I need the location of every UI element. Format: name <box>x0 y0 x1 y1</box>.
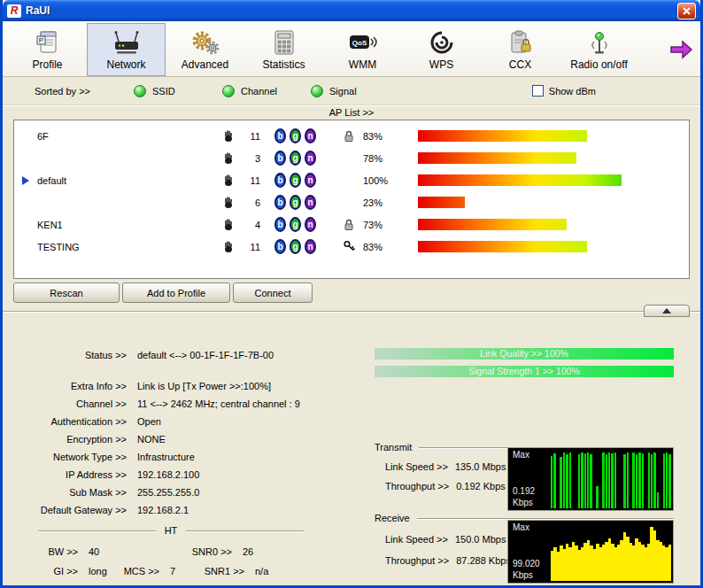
tx-chart-max-label: Max <box>513 450 529 460</box>
signal-bar <box>418 174 622 186</box>
tab-label: Statistics <box>262 58 305 71</box>
snr0-label: SNR0 >> <box>168 546 232 558</box>
tab-label: WPS <box>429 58 453 71</box>
ap-signal-percent: 73% <box>363 220 411 230</box>
mode-n-icon: n <box>305 151 316 166</box>
ap-row[interactable]: default11bgn100% <box>14 169 689 191</box>
ap-channel: 11 <box>239 175 260 186</box>
status-label: Encryption >> <box>3 434 127 445</box>
ht-row-1: BW >> 40 SNR0 >> 26 <box>3 546 253 558</box>
ap-signal-percent: 83% <box>363 131 411 142</box>
toolbar-next-button[interactable] <box>668 23 697 76</box>
raui-window: R RaUI P Profile Network Advanced Statis… <box>0 0 703 588</box>
ap-ssid: TESTING <box>37 242 223 252</box>
status-value: 11 <--> 2462 MHz; central channel : 9 <box>137 398 300 410</box>
mode-n-icon: n <box>305 195 316 210</box>
ap-channel: 11 <box>239 242 260 252</box>
tab-advanced[interactable]: Advanced <box>166 23 244 76</box>
ht-row-2: GI >> long MCS >> 7 SNR1 >> n/a <box>3 566 268 577</box>
ap-row[interactable]: 3bgn78% <box>14 147 689 169</box>
rescan-button[interactable]: Rescan <box>13 282 120 303</box>
add-to-profile-button[interactable]: Add to Profile <box>122 282 230 303</box>
tab-label: Network <box>106 58 145 71</box>
mode-g-icon: g <box>290 173 301 188</box>
bw-value: 40 <box>89 546 168 558</box>
tab-statistics[interactable]: Statistics <box>244 23 323 76</box>
status-value: Link is Up [Tx Power >>:100%] <box>137 381 271 392</box>
app-logo-icon: R <box>7 4 21 18</box>
tab-wmm[interactable]: QoS WMM <box>323 23 402 76</box>
tx-chart-unit: Kbps <box>513 498 533 507</box>
ap-signal-percent: 83% <box>363 242 411 252</box>
sorted-by-label: Sorted by >> <box>35 86 134 97</box>
sort-by-ssid-button[interactable]: SSID <box>134 85 222 97</box>
tx-link-speed-value: 135.0 Mbps <box>455 461 506 472</box>
mode-b-icon: b <box>274 195 286 210</box>
mode-g-icon: g <box>290 239 301 254</box>
collapse-status-button[interactable] <box>644 305 690 317</box>
tab-ccx[interactable]: CCX <box>481 23 560 76</box>
tab-wps[interactable]: WPS <box>402 23 481 76</box>
status-value: 192.168.2.1 <box>137 505 189 516</box>
ap-channel: 4 <box>239 220 260 230</box>
chevron-up-icon <box>662 308 671 313</box>
mode-g-icon: g <box>290 195 301 210</box>
sort-bar: Sorted by >> SSID Channel Signal Show dB… <box>3 77 700 105</box>
tab-profile[interactable]: P Profile <box>8 23 87 76</box>
signal-bar <box>418 197 622 208</box>
sort-by-signal-button[interactable]: Signal <box>311 85 399 97</box>
ap-modes: bgn <box>274 128 335 143</box>
status-label: Network Type >> <box>3 452 127 463</box>
antenna-icon <box>587 27 612 58</box>
mode-n-icon: n <box>305 128 316 143</box>
svg-text:P: P <box>38 36 42 44</box>
tab-label: WMM <box>349 58 376 71</box>
connect-button[interactable]: Connect <box>233 282 313 303</box>
ap-modes: bgn <box>274 239 335 254</box>
mode-b-icon: b <box>274 217 286 232</box>
rx-throughput-value: 87.288 Kbps <box>456 555 511 566</box>
show-dbm-label: Show dBm <box>549 86 596 97</box>
ap-row[interactable]: TESTING11bgn83% <box>14 236 689 258</box>
close-button[interactable] <box>677 3 696 19</box>
snr1-label: SNR1 >> <box>193 566 244 577</box>
sort-by-channel-button[interactable]: Channel <box>222 85 311 97</box>
ap-list-header: AP List >> <box>3 105 700 120</box>
ap-signal-percent: 100% <box>363 175 411 186</box>
ap-row[interactable]: 6bgn23% <box>14 191 689 213</box>
mode-b-icon: b <box>274 151 286 166</box>
status-label: Extra Info >> <box>3 381 127 392</box>
tx-throughput-row: Throughput >>0.192 Kbps <box>385 481 506 491</box>
tab-label: CCX <box>509 58 531 71</box>
sort-button-label: Channel <box>241 86 277 97</box>
transmit-chart: Max 0.192 Kbps <box>507 447 674 511</box>
show-dbm-checkbox[interactable] <box>532 85 544 97</box>
sort-button-label: Signal <box>329 86 357 97</box>
receive-chart: Max 99.020 Kbps <box>507 520 674 584</box>
tab-network[interactable]: Network <box>87 23 166 76</box>
ap-ssid: KEN1 <box>37 220 223 230</box>
mode-n-icon: n <box>305 239 316 254</box>
ap-row[interactable]: 6F11bgn83% <box>14 125 689 147</box>
show-dbm-toggle[interactable]: Show dBm <box>532 85 596 97</box>
status-value: default <--> 00-1F-1F-1F-7B-00 <box>137 350 274 361</box>
gears-icon <box>191 27 220 58</box>
tab-label: Radio on/off <box>570 58 628 71</box>
tab-radio-on-off[interactable]: Radio on/off <box>560 23 638 76</box>
ap-row[interactable]: KEN14bgn73% <box>14 213 689 236</box>
title-bar[interactable]: R RaUI <box>3 0 700 21</box>
receive-title: Receive <box>375 513 410 523</box>
arrow-right-icon <box>668 39 695 60</box>
rx-link-speed-value: 150.0 Mbps <box>455 534 506 545</box>
status-label: Sub Mask >> <box>3 487 127 499</box>
mcs-label: MCS >> <box>117 566 159 577</box>
calculator-icon <box>273 27 296 58</box>
divider-line <box>38 530 156 531</box>
lock-icon <box>335 129 363 143</box>
status-value: NONE <box>137 434 166 445</box>
snr1-value: n/a <box>255 566 268 577</box>
status-value: 192.168.2.100 <box>137 469 199 481</box>
green-sphere-icon <box>134 85 146 97</box>
status-label: Authentication >> <box>3 416 127 428</box>
tx-throughput-label: Throughput >> <box>385 481 449 491</box>
